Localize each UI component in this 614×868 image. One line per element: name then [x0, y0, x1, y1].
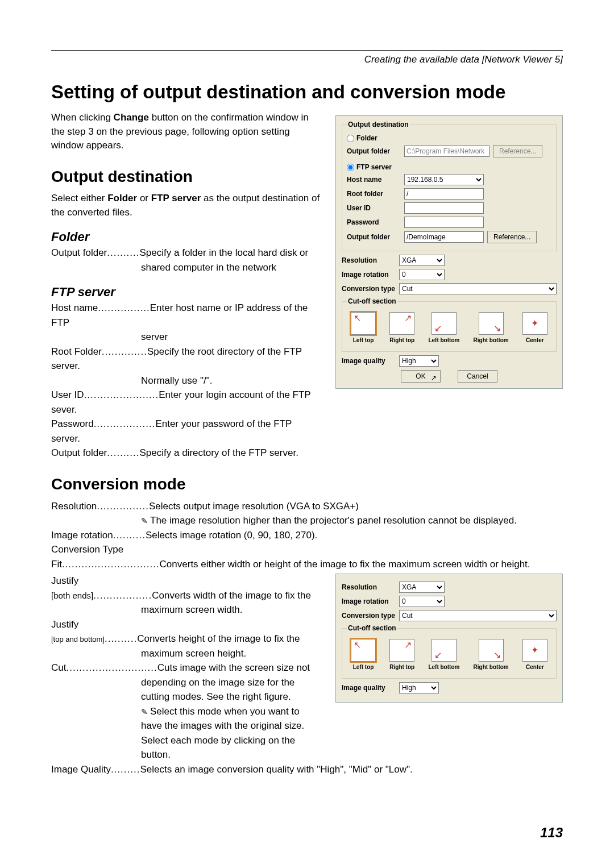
label-resolution: Resolution [342, 256, 396, 264]
reference-button-2[interactable]: Reference... [487, 231, 537, 243]
note-resolution: The image resolution higher than the pro… [51, 513, 563, 528]
cutoff-left-top-2[interactable]: ↖ Left top [351, 639, 376, 670]
output-destination-group: Output destination Folder Output folder … [342, 121, 557, 251]
arrow-icon: ↘ [493, 324, 501, 333]
cutoff-legend-2: Cut-off section [347, 624, 397, 632]
label-convtype-2: Conversion type [342, 612, 396, 620]
rotation-select[interactable]: 0 [399, 269, 445, 280]
label-convtype: Conversion type [342, 285, 396, 293]
convtype-select[interactable]: Cut [399, 283, 557, 294]
label-output-folder: Output folder [347, 147, 401, 155]
output-folder2-field[interactable] [404, 231, 484, 243]
radio-ftp-input[interactable] [347, 164, 354, 171]
cutoff-right-top-2[interactable]: ↗ Right top [389, 639, 414, 670]
h3-ftp: FTP server [51, 285, 323, 300]
top-rule [51, 50, 563, 51]
arrow-icon: ↗ [404, 641, 412, 650]
cutoff-left-bottom-2[interactable]: ↙ Left bottom [428, 639, 459, 670]
arrow-icon: ✦ [531, 646, 538, 655]
arrow-icon: ✦ [531, 319, 538, 328]
cutoff-group: Cut-off section ↖ Left top ↗ Right top ↙… [342, 297, 557, 352]
cutoff-right-top[interactable]: ↗ Right top [389, 312, 414, 343]
label-password: Password [347, 218, 401, 226]
userid-field[interactable] [404, 202, 484, 214]
arrow-icon: ↘ [493, 651, 501, 660]
label-quality-2: Image quality [342, 684, 396, 692]
root-folder-field[interactable] [404, 188, 484, 200]
settings-dialog-partial: Resolution XGA Image rotation 0 Conversi… [335, 574, 563, 703]
password-field[interactable] [404, 217, 484, 228]
page-number: 113 [540, 825, 563, 841]
host-name-field[interactable]: 192.168.0.5 [404, 174, 484, 185]
h2-conversion-mode: Conversion mode [51, 475, 563, 493]
cutoff-right-bottom-2[interactable]: ↘ Right bottom [474, 639, 509, 670]
arrow-icon: ↖ [354, 641, 361, 650]
settings-dialog: Output destination Folder Output folder … [335, 115, 563, 389]
cutoff-right-bottom[interactable]: ↘ Right bottom [474, 312, 509, 343]
radio-folder-input[interactable] [347, 135, 354, 142]
output-folder-field [404, 146, 489, 157]
rotation-select-2[interactable]: 0 [399, 596, 445, 607]
cancel-button[interactable]: Cancel [458, 370, 497, 383]
folder-definition: Output folder..........Specify a folder … [51, 246, 323, 275]
h3-folder: Folder [51, 230, 323, 244]
conversion-definitions: Resolution................Selects output… [51, 499, 563, 572]
ftp-definitions: Host name................Enter host name… [51, 301, 323, 460]
h2-output-destination: Output destination [51, 168, 323, 186]
label-output-folder2: Output folder [347, 233, 401, 241]
label-host: Host name [347, 176, 401, 184]
label-quality: Image quality [342, 357, 396, 365]
label-resolution-2: Resolution [342, 583, 396, 591]
intro-bold: Change [114, 112, 149, 123]
intro-paragraph: When clicking Change button on the confi… [51, 111, 323, 153]
arrow-icon: ↗ [404, 314, 412, 323]
conversion-definitions-2: Justify [both ends]..................Con… [51, 574, 323, 762]
label-root: Root folder [347, 190, 401, 198]
cutoff-left-top[interactable]: ↖ Left top [351, 312, 376, 343]
quality-select-2[interactable]: High [399, 682, 439, 693]
arrow-icon: ↙ [434, 651, 442, 660]
label-rotation: Image rotation [342, 271, 396, 279]
intro-pre: When clicking [51, 112, 114, 123]
resolution-select[interactable]: XGA [399, 255, 445, 266]
resolution-select-2[interactable]: XGA [399, 582, 445, 593]
cutoff-legend: Cut-off section [347, 297, 397, 305]
cutoff-group-2: Cut-off section ↖ Left top ↗ Right top ↙… [342, 624, 557, 679]
arrow-icon: ↖ [354, 314, 361, 323]
radio-folder[interactable]: Folder [347, 134, 551, 142]
page-header: Creating the available data [Network Vie… [51, 54, 563, 65]
note-cut: Select this mode when you want to have t… [51, 704, 323, 762]
reference-button-1: Reference... [493, 145, 542, 157]
label-userid: User ID [347, 204, 401, 212]
radio-ftp[interactable]: FTP server [347, 163, 551, 171]
label-rotation-2: Image rotation [342, 597, 396, 605]
output-destination-legend: Output destination [347, 121, 410, 128]
conversion-definitions-3: Image Quality.........Selects an image c… [51, 762, 563, 777]
h1-title: Setting of output destination and conver… [51, 81, 563, 103]
arrow-icon: ↙ [434, 324, 442, 333]
cutoff-center-2[interactable]: ✦ Center [522, 639, 547, 670]
cutoff-left-bottom[interactable]: ↙ Left bottom [428, 312, 459, 343]
cutoff-center[interactable]: ✦ Center [522, 312, 547, 343]
convtype-select-2[interactable]: Cut [399, 610, 557, 621]
ok-button[interactable]: OK [401, 370, 441, 383]
output-paragraph: Select either Folder or FTP server as th… [51, 192, 323, 219]
quality-select[interactable]: High [399, 355, 439, 367]
